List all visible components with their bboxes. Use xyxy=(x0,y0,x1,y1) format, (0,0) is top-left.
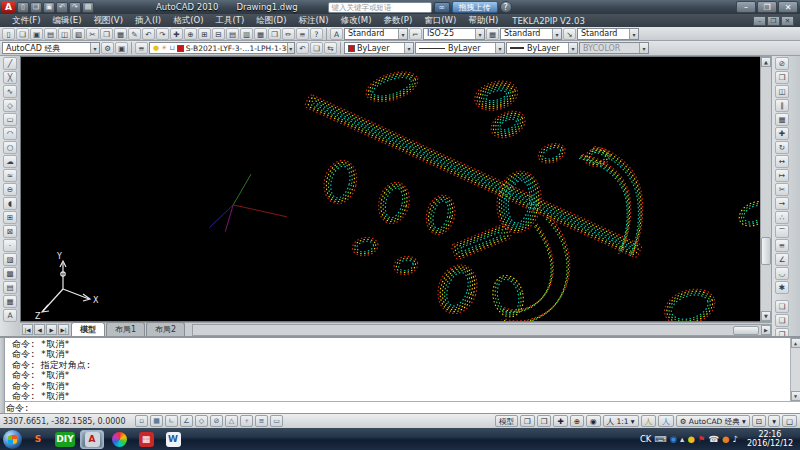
table-style-icon[interactable]: ▦ xyxy=(486,28,499,40)
new-icon[interactable]: ▯ xyxy=(2,28,15,40)
start-button[interactable] xyxy=(3,430,22,449)
revcloud-icon[interactable]: ☁ xyxy=(3,155,17,168)
undo-icon[interactable]: ↶ xyxy=(142,28,155,40)
menu-item-8[interactable]: 修改(M) xyxy=(334,15,377,27)
construction-line-icon[interactable]: ╳ xyxy=(3,71,17,84)
zoom-icon[interactable]: ⊕ xyxy=(570,415,584,427)
mleader-style-dropdown[interactable]: Standard▾ xyxy=(577,28,639,40)
scale-icon[interactable]: ↔ xyxy=(775,155,789,168)
stretch-icon[interactable]: ↦ xyxy=(775,169,789,182)
lang-indicator[interactable]: CK xyxy=(640,434,652,444)
doc-close-button[interactable]: ✕ xyxy=(781,16,794,26)
redo-icon[interactable]: ↷ xyxy=(69,2,81,13)
zoom-realtime-icon[interactable]: ⊕ xyxy=(184,28,197,40)
cursor-coordinates[interactable]: 3307.6651, -382.1585, 0.0000 xyxy=(3,417,133,426)
explode-icon[interactable]: ✱ xyxy=(775,281,789,294)
command-prompt[interactable]: 命令: xyxy=(0,401,800,413)
minimize-button[interactable]: – xyxy=(736,1,756,13)
tab-布局2[interactable]: 布局2 xyxy=(146,322,185,336)
copy-icon[interactable]: ❐ xyxy=(775,71,789,84)
menu-item-10[interactable]: 窗口(W) xyxy=(418,15,462,27)
workspace-dropdown[interactable]: AutoCAD 经典▾ xyxy=(2,42,100,54)
region-icon[interactable]: ▤ xyxy=(3,281,17,294)
model-space-canvas[interactable]: Y X Z xyxy=(20,56,760,322)
plot-icon[interactable]: ▤ xyxy=(82,2,94,13)
menu-item-0[interactable]: 文件(F) xyxy=(6,15,47,27)
help-tray-icon[interactable]: ◉ xyxy=(670,434,677,444)
erase-icon[interactable]: ⊘ xyxy=(775,57,789,70)
insert-block-icon[interactable]: ⊞ xyxy=(3,211,17,224)
match-properties-icon[interactable]: ✎ xyxy=(128,28,141,40)
menu-item-2[interactable]: 视图(V) xyxy=(88,15,129,27)
paste-icon[interactable]: ▦ xyxy=(114,28,127,40)
dim-style-icon[interactable]: ⌐ xyxy=(409,28,422,40)
spline-icon[interactable]: ≈ xyxy=(3,169,17,182)
zoom-window-icon[interactable]: ⊞ xyxy=(198,28,211,40)
open-icon[interactable]: ❏ xyxy=(16,28,29,40)
copy-icon[interactable]: ❐ xyxy=(100,28,113,40)
plot-preview-icon[interactable]: ◫ xyxy=(58,28,71,40)
lwt-toggle[interactable]: ≡ xyxy=(255,415,268,427)
coin-icon[interactable]: ● xyxy=(687,434,694,444)
taskbar-app-autocad[interactable]: A xyxy=(80,430,104,449)
redo-icon[interactable]: ↷ xyxy=(156,28,169,40)
point-icon[interactable]: · xyxy=(3,239,17,252)
menu-item-3[interactable]: 插入(I) xyxy=(129,15,167,27)
workspace-switch-button[interactable]: ⚙ AutoCAD 经典 ▾ xyxy=(676,415,750,427)
properties-icon[interactable]: ▤ xyxy=(226,28,239,40)
rotate-icon[interactable]: ↻ xyxy=(775,141,789,154)
layer-dropdown[interactable]: ●☀⊔ S-B2021-LYF-3-...1-LPH-1-389242 ▾ xyxy=(149,42,295,54)
restore-button[interactable]: ❐ xyxy=(757,1,777,13)
command-line-panel[interactable]: 命令: *取消*命令: *取消*命令: 指定对角点:命令: *取消*命令: *取… xyxy=(0,336,800,413)
command-scrollbar[interactable]: ▲ ▼ xyxy=(790,338,800,401)
move-icon[interactable]: ✚ xyxy=(775,127,789,140)
help-button[interactable]: ? xyxy=(500,1,512,13)
flag-icon[interactable]: ⚑ xyxy=(698,434,706,444)
quickcalc-icon[interactable]: ≡ xyxy=(296,28,309,40)
doc-restore-button[interactable]: ❐ xyxy=(767,16,780,26)
break-point-icon[interactable]: ∴ xyxy=(775,211,789,224)
tab-布局1[interactable]: 布局1 xyxy=(106,322,145,336)
mirror-icon[interactable]: ◫ xyxy=(775,85,789,98)
rectangle-icon[interactable]: ▭ xyxy=(3,113,17,126)
color-dropdown[interactable]: ByLayer▾ xyxy=(344,42,414,54)
menu-item-7[interactable]: 标注(N) xyxy=(292,15,334,27)
close-button[interactable]: ✕ xyxy=(778,1,798,13)
scroll-right-arrow[interactable]: ▶ xyxy=(761,325,771,335)
autocad-logo-icon[interactable]: A xyxy=(2,1,15,13)
snap-toggle[interactable]: ▫ xyxy=(135,415,148,427)
polyline-icon[interactable]: ∿ xyxy=(3,85,17,98)
phone-icon[interactable]: ☎ xyxy=(708,434,719,444)
tab-nav-0[interactable]: |◀ xyxy=(22,324,33,335)
command-panel-grip[interactable] xyxy=(0,338,5,415)
taskbar-app-sogou[interactable]: S xyxy=(26,430,50,449)
make-block-icon[interactable]: ⊠ xyxy=(3,225,17,238)
text-style-dropdown[interactable]: Standard▾ xyxy=(344,28,408,40)
open-icon[interactable]: ❏ xyxy=(30,2,42,13)
ducs-toggle[interactable]: △ xyxy=(225,415,238,427)
scroll-down-arrow[interactable]: ▼ xyxy=(761,311,771,321)
publish-icon[interactable]: ▧ xyxy=(72,28,85,40)
layer-previous-icon[interactable]: ↶ xyxy=(296,42,309,54)
annotation-scale-button[interactable]: 人 1:1 ▾ xyxy=(603,415,639,427)
dyn-toggle[interactable]: ＋ xyxy=(240,415,253,427)
keyboard-icon[interactable]: ⌨ xyxy=(654,434,666,444)
taskbar-clock[interactable]: 22:16 2016/12/12 xyxy=(747,430,793,448)
taskbar-app-diy[interactable]: DIY xyxy=(53,430,77,449)
layer-match-icon[interactable]: ⇆ xyxy=(324,42,337,54)
polygon-icon[interactable]: ◇ xyxy=(3,99,17,112)
horizontal-scroll-thumb[interactable] xyxy=(733,326,759,335)
offset-icon[interactable]: ∥ xyxy=(775,99,789,112)
steering-wheel-icon[interactable]: ◉ xyxy=(586,415,601,427)
command-scroll-down[interactable]: ▼ xyxy=(791,391,800,401)
arc-icon[interactable]: ◠ xyxy=(3,127,17,140)
menu-item-11[interactable]: 帮助(H) xyxy=(462,15,504,27)
annotation-autoscale-icon[interactable]: 人 xyxy=(658,415,674,427)
mtext-icon[interactable]: A xyxy=(3,309,17,322)
break-icon[interactable]: ⌒ xyxy=(775,225,789,238)
menu-item-6[interactable]: 绘图(D) xyxy=(250,15,292,27)
vertical-scrollbar[interactable]: ▲ ▼ xyxy=(760,56,772,322)
fillet-icon[interactable]: ◡ xyxy=(775,267,789,280)
trim-icon[interactable]: ✂ xyxy=(775,183,789,196)
command-scroll-up[interactable]: ▲ xyxy=(791,338,800,348)
